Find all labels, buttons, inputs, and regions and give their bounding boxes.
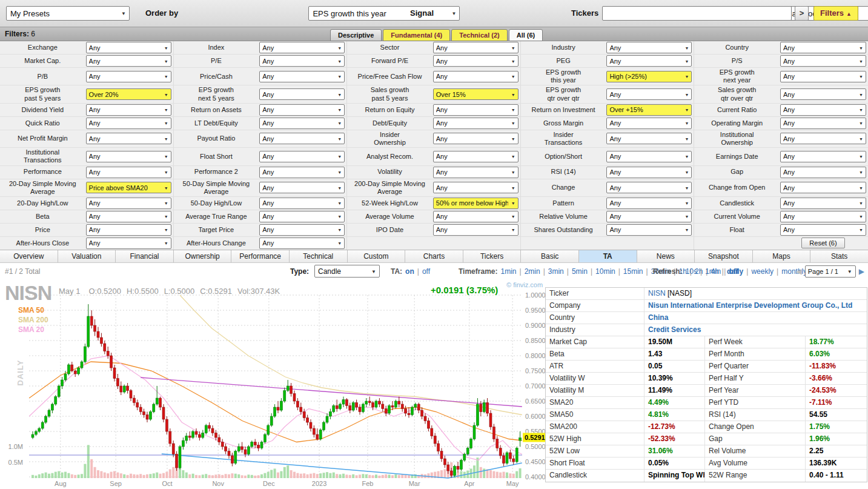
filter-select-market-cap[interactable]: Any: [86, 55, 171, 67]
filter-select-eps-growth-next-5-years[interactable]: Any: [259, 88, 345, 100]
quote-link-credit-services[interactable]: Credit Services: [648, 325, 701, 334]
timeframe-3min[interactable]: 3min: [548, 267, 564, 276]
filter-select-current-ratio[interactable]: Any: [780, 104, 866, 116]
filter-select-pattern[interactable]: Any: [606, 198, 692, 209]
filter-select-sector[interactable]: Any: [433, 42, 518, 53]
filter-select-beta[interactable]: Any: [86, 211, 171, 222]
filter-select-index[interactable]: Any: [259, 42, 345, 53]
filter-select-institutional-ownership[interactable]: Any: [780, 133, 866, 144]
presets-select[interactable]: My Presets: [6, 6, 130, 21]
filter-select-eps-growth-qtr-over-qtr[interactable]: Any: [606, 88, 692, 100]
filter-tab-all-6[interactable]: All (6): [509, 29, 543, 41]
tab-financial[interactable]: Financial: [116, 250, 174, 262]
filter-select-50-day-simple-moving-average[interactable]: Any: [259, 182, 345, 193]
filter-select-price-free-cash-flow[interactable]: Any: [433, 71, 518, 82]
filter-select-exchange[interactable]: Any: [86, 42, 171, 53]
filter-tab-technical-2[interactable]: Technical (2): [451, 29, 507, 41]
filter-select-eps-growth-this-year[interactable]: High (>25%): [606, 71, 692, 82]
filter-select-industry[interactable]: Any: [606, 42, 692, 53]
filter-select-insider-ownership[interactable]: Any: [433, 133, 518, 144]
tab-basic[interactable]: Basic: [521, 250, 579, 262]
filter-select-gap[interactable]: Any: [780, 167, 866, 178]
order-by-select[interactable]: EPS growth this year: [308, 6, 460, 21]
filter-select-gross-margin[interactable]: Any: [606, 118, 692, 129]
filter-select-p-s[interactable]: Any: [780, 55, 866, 67]
filter-select-price-cash[interactable]: Any: [259, 71, 345, 82]
filter-select-insider-transactions[interactable]: Any: [606, 133, 692, 144]
filter-select-20-day-high-low[interactable]: Any: [86, 198, 171, 209]
refresh-off[interactable]: off: [729, 267, 738, 276]
tab-tickers[interactable]: Tickers: [463, 250, 522, 262]
filter-select-p-b[interactable]: Any: [86, 71, 171, 82]
chart-type-select[interactable]: Candle: [314, 265, 380, 278]
filters-toggle-button[interactable]: Filters▲: [813, 6, 858, 21]
filter-tab-fundamental-4[interactable]: Fundamental (4): [383, 29, 450, 41]
filter-select-eps-growth-next-year[interactable]: Any: [780, 71, 866, 82]
timeframe-15min[interactable]: 15min: [623, 267, 643, 276]
next-page-icon[interactable]: ▶: [859, 267, 864, 276]
filter-select-candlestick[interactable]: Any: [780, 198, 866, 209]
filter-select-lt-debt-equity[interactable]: Any: [259, 118, 345, 129]
filter-select-float-short[interactable]: Any: [259, 151, 345, 162]
filter-select-sales-growth-past-5-years[interactable]: Over 15%: [433, 88, 518, 100]
timeframe-weekly[interactable]: weekly: [751, 267, 774, 276]
filter-select-50-day-high-low[interactable]: Any: [259, 198, 345, 209]
reset-filters-button[interactable]: Reset (6): [801, 238, 844, 248]
tab-performance[interactable]: Performance: [231, 250, 290, 262]
filter-select-payout-ratio[interactable]: Any: [259, 133, 345, 144]
filter-select-current-volume[interactable]: Any: [780, 211, 866, 222]
filter-select-float[interactable]: Any: [780, 224, 866, 236]
timeframe-10min[interactable]: 10min: [595, 267, 615, 276]
filter-select-volatility[interactable]: Any: [433, 167, 518, 178]
filter-select-operating-margin[interactable]: Any: [780, 118, 866, 129]
filter-select-shares-outstanding[interactable]: Any: [606, 224, 692, 236]
filter-select-forward-p-e[interactable]: Any: [433, 55, 518, 67]
prev-page-icon[interactable]: ◀: [797, 267, 802, 276]
filter-select-option-short[interactable]: Any: [606, 151, 692, 162]
tab-technical[interactable]: Technical: [290, 250, 348, 262]
filter-select-relative-volume[interactable]: Any: [606, 211, 692, 222]
filter-select-p-e[interactable]: Any: [259, 55, 345, 67]
filter-select-return-on-investment[interactable]: Over +15%: [606, 104, 692, 116]
filter-select-country[interactable]: Any: [780, 42, 866, 53]
tab-news[interactable]: News: [637, 250, 695, 262]
filter-select-return-on-assets[interactable]: Any: [259, 104, 345, 116]
timeframe-5min[interactable]: 5min: [572, 267, 588, 276]
filter-tab-descriptive[interactable]: Descriptive: [330, 29, 382, 41]
tab-charts[interactable]: Charts: [405, 250, 463, 262]
timeframe-1min[interactable]: 1min: [500, 267, 516, 276]
filter-select-institutional-transactions[interactable]: Any: [86, 151, 171, 162]
search-go-button[interactable]: >: [795, 6, 809, 21]
filter-select-change[interactable]: Any: [606, 182, 692, 193]
filter-select-debt-equity[interactable]: Any: [433, 118, 518, 129]
filter-select-average-true-range[interactable]: Any: [259, 211, 345, 222]
tickers-input[interactable]: [602, 6, 792, 21]
filter-select-quick-ratio[interactable]: Any: [86, 118, 171, 129]
tab-valuation[interactable]: Valuation: [58, 250, 116, 262]
filter-select-20-day-simple-moving-average[interactable]: Price above SMA20: [86, 182, 171, 193]
timeframe-2min[interactable]: 2min: [525, 267, 540, 276]
tab-custom[interactable]: Custom: [348, 250, 406, 262]
filter-select-performance-2[interactable]: Any: [259, 167, 345, 178]
tab-ta[interactable]: TA: [579, 250, 637, 262]
tab-snapshot[interactable]: Snapshot: [695, 250, 753, 262]
filter-select-earnings-date[interactable]: Any: [780, 151, 866, 162]
page-select[interactable]: Page 1 / 1: [805, 265, 856, 278]
filter-select-average-volume[interactable]: Any: [433, 211, 518, 222]
refresh-1min[interactable]: 1min: [705, 267, 721, 276]
filter-select-return-on-equity[interactable]: Any: [433, 104, 518, 116]
ta-off[interactable]: off: [422, 267, 430, 276]
filter-select-change-from-open[interactable]: Any: [780, 182, 866, 193]
tab-ownership[interactable]: Ownership: [174, 250, 232, 262]
filter-select-rsi-14[interactable]: Any: [606, 167, 692, 178]
filter-select-analyst-recom[interactable]: Any: [433, 151, 518, 162]
ta-on[interactable]: on: [405, 267, 414, 276]
filter-select-target-price[interactable]: Any: [259, 224, 345, 236]
filter-select-after-hours-change[interactable]: Any: [259, 238, 345, 249]
filter-select-after-hours-close[interactable]: Any: [86, 238, 171, 249]
filter-select-sales-growth-qtr-over-qtr[interactable]: Any: [780, 88, 866, 100]
filter-select-performance[interactable]: Any: [86, 167, 171, 178]
filter-select-net-profit-margin[interactable]: Any: [86, 133, 171, 144]
quote-link-nisn[interactable]: NISN: [648, 289, 666, 298]
filter-select-ipo-date[interactable]: Any: [433, 224, 518, 236]
